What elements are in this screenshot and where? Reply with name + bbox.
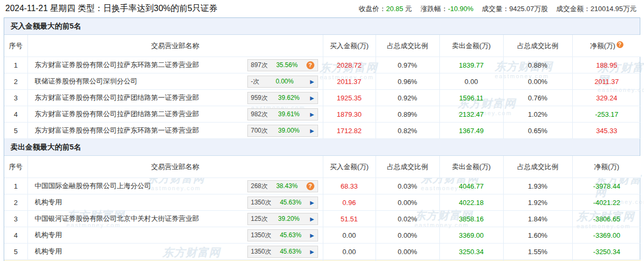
- column-header: 占总成交比例: [503, 156, 572, 178]
- column-header-row: 序号交易营业部名称买入金额(万)占总成交比例卖出金额(万)占总成交比例净额(万): [4, 156, 641, 178]
- branch-stats-badge[interactable]: 268次 38.43% ?: [247, 180, 318, 192]
- branch-stats-badge[interactable]: -次 0.00% ▶: [247, 76, 318, 88]
- branch-cell: 东方财富证券股份有限公司拉萨团结路第一证券营业部 959次 39.62% ▶: [27, 90, 323, 106]
- branch-stats-badge[interactable]: 700次 39.00% ▶: [247, 125, 318, 137]
- row-index: 2: [4, 73, 27, 90]
- sell-amount: 3858.16: [439, 211, 503, 227]
- column-header: 买入金额(万): [323, 156, 376, 178]
- branch-name-link[interactable]: 东方财富证券股份有限公司拉萨团结路第二证券营业部: [35, 109, 199, 119]
- table-row: 1 东方财富证券股份有限公司拉萨东环路第二证券营业部 897次 35.56% ?…: [4, 57, 641, 73]
- detail-arrow-icon[interactable]: ▶: [310, 216, 314, 222]
- column-header: 净额(万): [572, 156, 641, 178]
- success-rate: 38.43%: [270, 182, 304, 190]
- detail-arrow-icon[interactable]: ▶: [310, 95, 314, 101]
- sell-ratio: 0.65%: [503, 123, 572, 139]
- column-header: 卖出金额(万): [439, 35, 503, 57]
- branch-name-link[interactable]: 中国银河证券股份有限公司北京中关村大街证券营业部: [35, 214, 199, 223]
- branch-stats-badge[interactable]: 982次 39.61% ▶: [247, 108, 318, 120]
- table-row: 4 东方财富证券股份有限公司拉萨团结路第二证券营业部 982次 39.61% ▶…: [4, 106, 641, 123]
- success-rate: 35.56%: [270, 61, 304, 69]
- branch-stats-badge[interactable]: 125次 39.20% ▶: [247, 213, 318, 225]
- help-icon[interactable]: ?: [617, 41, 623, 48]
- branch-name-link[interactable]: 东方财富证券股份有限公司拉萨东环路第二证券营业部: [35, 60, 199, 70]
- stat-suffix: 元: [403, 5, 412, 13]
- sell-ratio: 0.76%: [503, 90, 572, 106]
- buy-top5-section: 买入金额最大的前5名 序号交易营业部名称买入金额(万)占总成交比例卖出金额(万)…: [4, 18, 640, 139]
- branch-name-link[interactable]: 东方财富证券股份有限公司拉萨团结路第一证券营业部: [35, 93, 199, 102]
- buy-ratio: 0.97%: [376, 57, 439, 73]
- detail-arrow-icon[interactable]: ▶: [310, 128, 314, 134]
- appearance-count: 959次: [251, 94, 268, 102]
- buy-ratio: 0.03%: [376, 178, 439, 194]
- branch-stats-badge[interactable]: 959次 39.62% ▶: [247, 92, 318, 104]
- section-title: 卖出金额最大的前5名: [4, 139, 640, 156]
- column-header: 交易营业部名称: [27, 35, 323, 57]
- row-index: 3: [4, 211, 27, 227]
- branch-stats-badge[interactable]: 897次 35.56% ?: [247, 59, 318, 71]
- table-row: 3 东方财富证券股份有限公司拉萨团结路第一证券营业部 959次 39.62% ▶…: [4, 90, 641, 106]
- branch-name-link[interactable]: 机构专用: [35, 247, 62, 256]
- help-icon[interactable]: ?: [306, 61, 314, 69]
- row-index: 5: [4, 123, 27, 139]
- sell-amount: 4022.18: [439, 194, 503, 211]
- sell-ratio: 0.00%: [503, 73, 572, 90]
- detail-arrow-icon[interactable]: ▶: [310, 232, 314, 238]
- appearance-count: 1350次: [251, 231, 272, 240]
- branch-cell: 东方财富证券股份有限公司拉萨东环路第一证券营业部 700次 39.00% ▶: [27, 123, 323, 139]
- column-header: 序号: [4, 35, 27, 57]
- sell-amount: 1367.49: [439, 123, 503, 139]
- buy-ratio: 0.00%: [376, 227, 439, 244]
- net-amount: -3806.65: [572, 211, 641, 227]
- appearance-count: 1350次: [251, 198, 272, 207]
- sell-ratio: 1.93%: [503, 178, 572, 194]
- buy-ratio: 0.96%: [376, 73, 439, 90]
- net-amount: -3250.34: [572, 244, 641, 260]
- row-index: 4: [4, 227, 27, 244]
- sell-ratio: 1.02%: [503, 106, 572, 123]
- table-row: 1 中国国际金融股份有限公司上海分公司 268次 38.43% ? 68.33 …: [4, 178, 641, 194]
- buy-ratio: 0.89%: [376, 106, 439, 123]
- stat-item: 成交金额：210014.95万元: [556, 4, 637, 14]
- table-row: 3 中国银河证券股份有限公司北京中关村大街证券营业部 125次 39.20% ▶…: [4, 211, 641, 227]
- branch-cell: 中国银河证券股份有限公司北京中关村大街证券营业部 125次 39.20% ▶: [27, 211, 323, 227]
- detail-arrow-icon[interactable]: ▶: [310, 200, 314, 206]
- branch-name-link[interactable]: 东方财富证券股份有限公司拉萨东环路第一证券营业部: [35, 126, 199, 135]
- net-amount: 188.95: [572, 57, 641, 73]
- appearance-count: 268次: [251, 182, 268, 191]
- stat-value: 20.85: [386, 5, 403, 13]
- success-rate: 39.20%: [270, 215, 308, 222]
- net-amount: -4021.22: [572, 194, 641, 211]
- sell-amount: 3250.34: [439, 244, 503, 260]
- stat-value: -10.90%: [448, 5, 473, 13]
- row-index: 2: [4, 194, 27, 211]
- sell-ratio: 1.55%: [503, 244, 572, 260]
- page-title: 2024-11-21 星期四 类型：日换手率达到30%的前5只证券: [5, 3, 217, 14]
- buy-amount: 1925.35: [323, 90, 376, 106]
- success-rate: 45.63%: [273, 231, 308, 239]
- detail-arrow-icon[interactable]: ▶: [310, 249, 314, 255]
- help-icon[interactable]: ?: [306, 182, 314, 190]
- lhb-table-container: 买入金额最大的前5名 序号交易营业部名称买入金额(万)占总成交比例卖出金额(万)…: [4, 17, 640, 261]
- row-index: 1: [4, 178, 27, 194]
- stat-value: 210014.95万元: [591, 5, 637, 13]
- detail-arrow-icon[interactable]: ▶: [310, 111, 314, 117]
- buy-ratio: 0.82%: [376, 123, 439, 139]
- buy-amount: 51.51: [323, 211, 376, 227]
- table-row: 4 机构专用 1350次 45.63% ▶ 0.00 0.00% 3369.00…: [4, 227, 641, 244]
- branch-stats-badge[interactable]: 1350次 45.63% ▶: [247, 246, 318, 258]
- branch-name-link[interactable]: 中国国际金融股份有限公司上海分公司: [35, 181, 151, 191]
- summary-stats: 收盘价：20.85 元涨跌幅：-10.90%成交量：9425.07万股成交金额：…: [359, 4, 637, 14]
- detail-arrow-icon[interactable]: ▶: [310, 79, 314, 85]
- branch-name-link[interactable]: 机构专用: [35, 230, 62, 240]
- buy-amount: 0.00: [323, 244, 376, 260]
- buy-amount: 68.33: [323, 178, 376, 194]
- branch-stats-badge[interactable]: 1350次 45.63% ▶: [247, 197, 318, 209]
- sell-amount: 1596.11: [439, 90, 503, 106]
- appearance-count: 125次: [251, 215, 268, 223]
- branch-stats-badge[interactable]: 1350次 45.63% ▶: [247, 229, 318, 241]
- branch-name-link[interactable]: 联储证券股份有限公司深圳分公司: [35, 77, 138, 86]
- sell-ratio: 1.84%: [503, 211, 572, 227]
- branch-name-link[interactable]: 机构专用: [35, 198, 62, 207]
- column-header: 占总成交比例: [376, 35, 439, 57]
- row-index: 3: [4, 90, 27, 106]
